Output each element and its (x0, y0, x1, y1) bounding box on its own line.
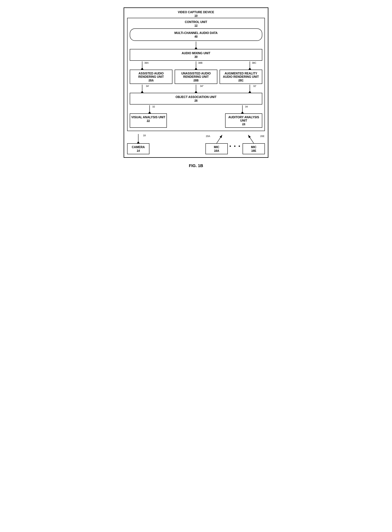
mic-16a-title: MIC (208, 145, 225, 149)
object-association-number: 26 (134, 99, 258, 102)
mic-16e-title: MIC (246, 145, 262, 149)
rendering-unit-28b-title: UNASSISTED AUDIO RENDERING UNIT (176, 72, 216, 79)
audio-mixing-number: 30 (134, 55, 258, 58)
page-container: VIDEO CAPTURE DEVICE 10 CONTROL UNIT 12 … (124, 7, 268, 168)
object-association-title: OBJECT ASSOCIATION UNIT (134, 95, 258, 99)
arrow-18-label: 18 (143, 134, 146, 137)
arrow-32prime-label: 32' (253, 85, 256, 87)
arrow-34prime-label: 34' (146, 85, 149, 87)
camera-title: CAMERA (130, 145, 146, 149)
arrow-38a-label: 38A (145, 61, 149, 64)
outer-number: 10 (124, 14, 268, 17)
mic-16e-number: 16E (246, 149, 262, 152)
dots-separator: • • • (229, 143, 241, 149)
outer-title: VIDEO CAPTURE DEVICE (124, 11, 268, 14)
rendering-unit-28c-number: 28C (221, 79, 261, 82)
arrow-38b-label: 38B (198, 61, 202, 64)
arrow-32-label: 32 (152, 105, 155, 108)
rendering-unit-28b-number: 28B (176, 79, 216, 82)
auditory-analysis-title: AUDITORY ANALYSIS UNIT (227, 116, 261, 122)
arrow-34-label: 34 (245, 105, 248, 108)
auditory-analysis-number: 24 (227, 122, 261, 126)
rendering-unit-28a-title: ASSISTED AUDIO RENDERING UNIT (131, 72, 171, 79)
multi-channel-audio-number: 40 (134, 35, 258, 38)
audio-mixing-title: AUDIO MIXING UNIT (134, 51, 258, 55)
svg-line-3 (248, 135, 254, 143)
figure-label: FIG. 1B (189, 163, 203, 168)
arrow-20e-label: 20E (260, 135, 265, 138)
multi-channel-audio-title: MULTI-CHANNEL AUDIO DATA (134, 31, 258, 35)
control-unit-title: CONTROL UNIT (130, 20, 262, 24)
visual-analysis-title: VISUAL ANALYSIS UNIT (131, 116, 165, 119)
arrow-34doubleprime-label: 34'' (200, 85, 204, 87)
arrow-20a-label: 20A (206, 135, 210, 138)
rendering-unit-28c-title: AUGMENTED REALITY AUDIO RENDERING UNIT (221, 72, 261, 79)
mic-16a-number: 16A (208, 149, 225, 152)
visual-analysis-number: 22 (131, 119, 165, 122)
control-unit-number: 12 (130, 24, 262, 27)
svg-line-1 (217, 135, 222, 143)
rendering-unit-28a-number: 28A (131, 79, 171, 82)
camera-number: 14 (130, 149, 146, 152)
arrow-38c-label: 38C (252, 61, 256, 64)
